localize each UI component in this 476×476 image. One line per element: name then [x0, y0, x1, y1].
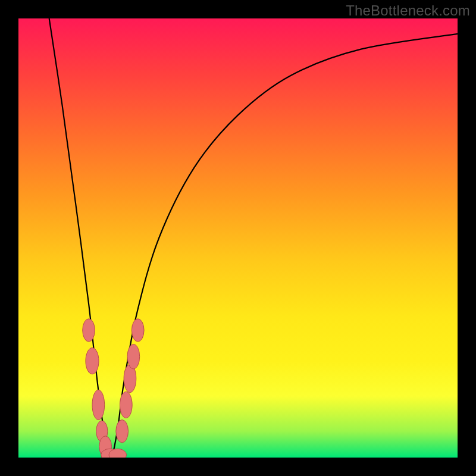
data-point: [83, 319, 95, 342]
data-point: [120, 392, 132, 418]
data-point: [127, 345, 140, 369]
bottleneck-curve: [49, 18, 458, 458]
data-point: [92, 390, 105, 419]
data-point-group: [83, 319, 144, 458]
watermark-text: TheBottleneck.com: [346, 2, 470, 19]
data-point: [86, 348, 99, 374]
plot-area: [18, 18, 458, 458]
bottleneck-curve-svg: [18, 18, 458, 458]
chart-frame: TheBottleneck.com: [0, 0, 476, 476]
data-point: [131, 319, 144, 342]
data-point: [116, 420, 129, 443]
